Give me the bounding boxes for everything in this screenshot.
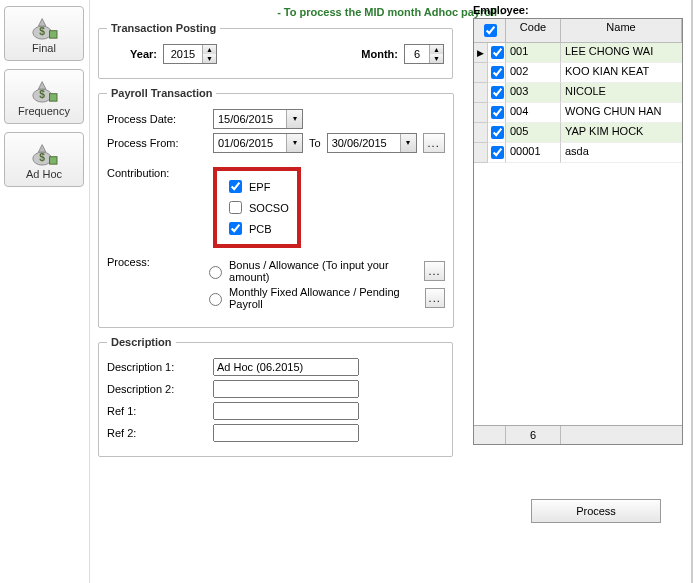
row-name: YAP KIM HOCK xyxy=(561,123,682,143)
row-checkbox[interactable] xyxy=(491,66,504,79)
ref1-field[interactable] xyxy=(213,402,359,420)
money-bag-icon: $ xyxy=(29,77,59,103)
row-checkbox[interactable] xyxy=(491,106,504,119)
sidebar-item-label: Frequency xyxy=(18,105,70,117)
to-date-picker[interactable]: ▾ xyxy=(327,133,417,153)
table-row[interactable]: 004 WONG CHUN HAN xyxy=(474,103,682,123)
svg-text:$: $ xyxy=(39,26,45,37)
row-indicator-icon: ▶ xyxy=(474,43,488,63)
table-row[interactable]: 002 KOO KIAN KEAT xyxy=(474,63,682,83)
bonus-allowance-radio[interactable] xyxy=(209,266,222,279)
row-checkbox[interactable] xyxy=(491,46,504,59)
row-indicator xyxy=(474,83,488,103)
svg-rect-8 xyxy=(50,156,57,163)
header-check-cell[interactable] xyxy=(474,19,506,43)
pcb-checkbox[interactable] xyxy=(229,222,242,235)
month-label: Month: xyxy=(348,48,398,60)
row-indicator xyxy=(474,123,488,143)
chevron-down-icon[interactable]: ▾ xyxy=(400,134,416,152)
epf-label: EPF xyxy=(249,181,270,193)
svg-rect-5 xyxy=(50,93,57,100)
chevron-down-icon[interactable]: ▾ xyxy=(286,110,302,128)
from-date-input[interactable] xyxy=(214,137,286,149)
chevron-up-icon[interactable]: ▲ xyxy=(203,45,216,54)
monthly-fixed-label: Monthly Fixed Allowance / Pending Payrol… xyxy=(229,286,415,310)
row-name: KOO KIAN KEAT xyxy=(561,63,682,83)
footer-count: 6 xyxy=(506,426,561,444)
description-group: Description Description 1: Description 2… xyxy=(98,336,453,457)
row-code: 002 xyxy=(506,63,561,83)
row-indicator xyxy=(474,103,488,123)
chevron-down-icon[interactable]: ▾ xyxy=(286,134,302,152)
legend: Transaction Posting xyxy=(107,22,220,34)
month-stepper[interactable]: ▲▼ xyxy=(404,44,444,64)
row-code: 005 xyxy=(506,123,561,143)
money-bag-icon: $ xyxy=(29,140,59,166)
process-date-input[interactable] xyxy=(214,113,286,125)
description2-label: Description 2: xyxy=(107,383,207,395)
date-range-ellipsis-button[interactable]: ... xyxy=(423,133,445,153)
epf-checkbox[interactable] xyxy=(229,180,242,193)
contribution-label: Contribution: xyxy=(107,167,207,179)
year-stepper[interactable]: ▲▼ xyxy=(163,44,217,64)
employee-grid-body: ▶ 001 LEE CHONG WAI 002 KOO KIAN KEAT xyxy=(474,43,682,425)
ref2-field[interactable] xyxy=(213,424,359,442)
process-date-picker[interactable]: ▾ xyxy=(213,109,303,129)
table-row[interactable]: 00001 asda xyxy=(474,143,682,163)
row-code: 003 xyxy=(506,83,561,103)
from-date-picker[interactable]: ▾ xyxy=(213,133,303,153)
chevron-down-icon[interactable]: ▼ xyxy=(430,54,443,63)
bonus-allowance-label: Bonus / Allowance (To input your amount) xyxy=(229,259,414,283)
bonus-ellipsis-button[interactable]: ... xyxy=(424,261,444,281)
socso-label: SOCSO xyxy=(249,202,289,214)
row-checkbox[interactable] xyxy=(491,86,504,99)
year-input[interactable] xyxy=(164,45,202,63)
row-name: LEE CHONG WAI xyxy=(561,43,682,63)
month-input[interactable] xyxy=(405,45,429,63)
sidebar: $ Final $ Frequency $ Ad Hoc xyxy=(0,0,90,583)
svg-text:$: $ xyxy=(39,152,45,163)
row-name: asda xyxy=(561,143,682,163)
pcb-label: PCB xyxy=(249,223,272,235)
employee-grid: Code Name ▶ 001 LEE CHONG WAI 002 KOO KI xyxy=(473,18,683,445)
row-checkbox[interactable] xyxy=(491,146,504,159)
svg-text:$: $ xyxy=(39,89,45,100)
employee-title: Employee: xyxy=(473,4,683,16)
monthly-fixed-radio[interactable] xyxy=(209,293,222,306)
legend: Payroll Transaction xyxy=(107,87,216,99)
header-code[interactable]: Code xyxy=(506,19,561,43)
employee-grid-footer: 6 xyxy=(474,425,682,444)
sidebar-item-label: Ad Hoc xyxy=(26,168,62,180)
row-code: 004 xyxy=(506,103,561,123)
description1-field[interactable] xyxy=(213,358,359,376)
sidebar-adhoc-button[interactable]: $ Ad Hoc xyxy=(4,132,84,187)
row-indicator xyxy=(474,63,488,83)
description2-field[interactable] xyxy=(213,380,359,398)
row-name: WONG CHUN HAN xyxy=(561,103,682,123)
header-name[interactable]: Name xyxy=(561,19,682,43)
legend: Description xyxy=(107,336,176,348)
chevron-down-icon[interactable]: ▼ xyxy=(203,54,216,63)
to-date-input[interactable] xyxy=(328,137,400,149)
table-row[interactable]: ▶ 001 LEE CHONG WAI xyxy=(474,43,682,63)
table-row[interactable]: 003 NICOLE xyxy=(474,83,682,103)
sidebar-item-label: Final xyxy=(32,42,56,54)
chevron-up-icon[interactable]: ▲ xyxy=(430,45,443,54)
process-button[interactable]: Process xyxy=(531,499,661,523)
sidebar-final-button[interactable]: $ Final xyxy=(4,6,84,61)
select-all-checkbox[interactable] xyxy=(484,24,497,37)
row-name: NICOLE xyxy=(561,83,682,103)
process-label: Process: xyxy=(107,256,198,268)
ref2-label: Ref 2: xyxy=(107,427,207,439)
description1-label: Description 1: xyxy=(107,361,207,373)
monthly-ellipsis-button[interactable]: ... xyxy=(425,288,445,308)
row-checkbox[interactable] xyxy=(491,126,504,139)
table-row[interactable]: 005 YAP KIM HOCK xyxy=(474,123,682,143)
process-from-label: Process From: xyxy=(107,137,207,149)
transaction-posting-group: Transaction Posting Year: ▲▼ Month: ▲▼ xyxy=(98,22,453,79)
payroll-transaction-group: Payroll Transaction Process Date: ▾ Proc… xyxy=(98,87,454,328)
employee-panel: Employee: Code Name ▶ 001 LEE CHONG WAI xyxy=(473,4,683,445)
row-indicator xyxy=(474,143,488,163)
sidebar-frequency-button[interactable]: $ Frequency xyxy=(4,69,84,124)
socso-checkbox[interactable] xyxy=(229,201,242,214)
